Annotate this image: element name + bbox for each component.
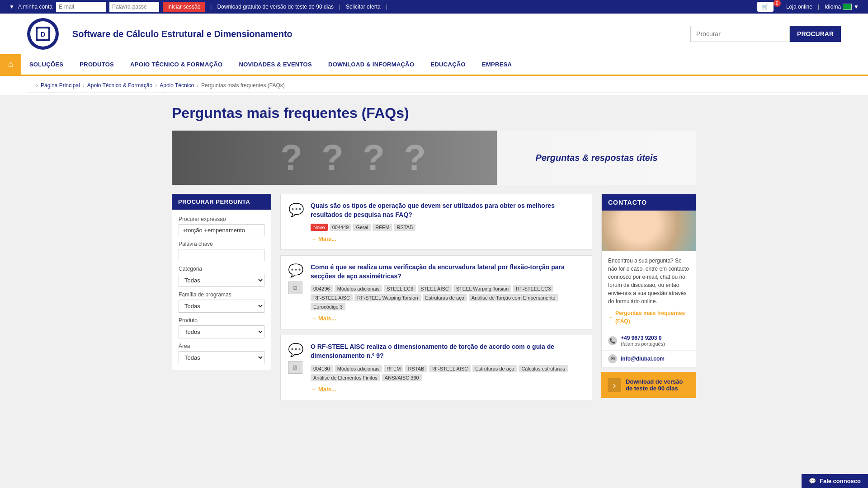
contact-email-row: ✉ info@dlubal.com xyxy=(602,350,696,367)
nav-item-news[interactable]: NOVIDADES & EVENTOS xyxy=(231,56,320,73)
language-label: Idioma xyxy=(825,4,841,10)
tag-ansi: ANSI/AISC 360 xyxy=(382,374,422,381)
image-icon: 🖼 xyxy=(288,282,302,294)
faq-content-2: Como é que se realiza uma verificação da… xyxy=(311,263,585,322)
header: D Software de Cálculo Estrutural e Dimen… xyxy=(0,14,868,54)
nav-item-download[interactable]: DOWNLOAD & INFORMAÇÃO xyxy=(320,56,422,73)
contact-phone-note: (falamos português) xyxy=(621,341,665,347)
cart-badge: 0 xyxy=(774,0,781,7)
divider: | xyxy=(210,4,212,10)
contact-phone[interactable]: +49 9673 9203 0 xyxy=(621,335,665,341)
faq-link[interactable]: Perguntas mais frequentes (FAQ) xyxy=(608,309,689,325)
nav-item-company[interactable]: EMPRESA xyxy=(474,56,520,73)
tag-steel-ec3: STEEL EC3 xyxy=(384,285,416,292)
tag-rstab-2: RSTAB xyxy=(405,365,427,372)
tag-rf-steel-aisc-2: RF-STEEL AISC xyxy=(429,365,471,372)
tag-eurocodigo3: Eurocódigo 3 xyxy=(311,303,345,310)
faq-tags: Novo 004449 Geral RFEM RSTAB xyxy=(311,224,585,231)
faq-title[interactable]: Quais são os tipos de operação que devem… xyxy=(311,202,585,219)
contact-title: CONTACTO xyxy=(602,194,696,211)
tag-steel-aisc: STEEL AISC xyxy=(418,285,452,292)
tag-rfem: RFEM xyxy=(373,224,392,231)
keyword-input[interactable] xyxy=(179,249,264,261)
faq-title-3[interactable]: O RF-STEEL AISC realiza o dimensionament… xyxy=(311,343,585,360)
image-icon-3: 🖼 xyxy=(288,361,302,374)
chat-label: Fale connosco xyxy=(820,478,861,484)
account-label[interactable]: A minha conta xyxy=(18,4,52,10)
faq-title-2[interactable]: Como é que se realiza uma verificação da… xyxy=(311,263,585,281)
expression-label: Procurar expressão xyxy=(179,216,264,222)
product-select[interactable]: Todos xyxy=(179,325,264,338)
main-content: Perguntas mais frequentes (FAQs) ? ? ? ?… xyxy=(163,96,705,415)
language-selector[interactable]: Idioma ▼ xyxy=(825,4,859,10)
faq-item: 💬 Quais são os tipos de operação que dev… xyxy=(280,194,592,250)
nav-item-products[interactable]: PRODUTOS xyxy=(71,56,122,73)
store-text[interactable]: Loja online xyxy=(786,4,812,10)
more-link-2[interactable]: Mais... xyxy=(311,315,585,322)
nav-item-education[interactable]: EDUCAÇÃO xyxy=(422,56,474,73)
divider4: | xyxy=(818,4,819,10)
area-select[interactable]: Todas xyxy=(179,351,264,364)
chat-button[interactable]: 💬 Fale connosco xyxy=(802,474,868,488)
more-link[interactable]: Mais... xyxy=(311,235,585,242)
category-label: Categoria xyxy=(179,266,264,272)
search-input[interactable] xyxy=(690,26,790,42)
contact-photo xyxy=(602,211,696,251)
tag-rstab: RSTAB xyxy=(394,224,415,231)
expression-input[interactable] xyxy=(179,224,264,236)
breadcrumb-apoio[interactable]: Apoio Técnico xyxy=(160,82,194,89)
chat-bubble-icon: 💬 xyxy=(288,202,304,217)
contact-email[interactable]: info@dlubal.com xyxy=(621,356,665,362)
page-title: Perguntas mais frequentes (FAQs) xyxy=(172,105,696,122)
breadcrumb: › Página Principal › Apoio Técnico & For… xyxy=(27,79,841,93)
faq-item-3: 💬 🖼 O RF-STEEL AISC realiza o dimensiona… xyxy=(280,335,592,400)
tag-modulos: Módulos adicionais xyxy=(335,285,382,292)
contact-body-text: Encontrou a sua pergunta? Se não for o c… xyxy=(608,258,689,305)
faq-tags-2: 004296 Módulos adicionais STEEL EC3 STEE… xyxy=(311,285,585,310)
sidebar-body: Procurar expressão Palavra chave Categor… xyxy=(172,210,271,371)
category-select[interactable]: Todas xyxy=(179,274,264,287)
nav-item-support[interactable]: APOIO TÉCNICO & FORMAÇÃO xyxy=(122,56,231,73)
breadcrumb-home[interactable]: Página Principal xyxy=(41,82,80,89)
tag-analise-torcao: Análise de Torção com Empenamento xyxy=(469,294,558,301)
faq-content-3: O RF-STEEL AISC realiza o dimensionament… xyxy=(311,343,585,392)
home-button[interactable]: ⌂ xyxy=(0,54,21,75)
chat-icon-btn: 💬 xyxy=(809,478,816,484)
tag-rf-steel-warping: RF-STEEL Warping Torsion xyxy=(354,294,421,301)
password-input[interactable] xyxy=(109,2,159,12)
keyword-label: Palavra chave xyxy=(179,241,264,247)
divider3: | xyxy=(386,4,387,10)
contact-photo-inner xyxy=(602,211,696,251)
tag-modulos-2: Módulos adicionais xyxy=(335,365,382,372)
login-button[interactable]: Iniciar sessão xyxy=(163,2,205,12)
hero-text-box: Perguntas & respostas úteis xyxy=(497,131,696,185)
search-sidebar: PROCURAR PERGUNTA Procurar expressão Pal… xyxy=(172,194,271,406)
more-link-3[interactable]: Mais... xyxy=(311,386,585,393)
faq-content: Quais são os tipos de operação que devem… xyxy=(311,202,585,242)
breadcrumb-support[interactable]: Apoio Técnico & Formação xyxy=(87,82,153,89)
family-label: Família de programas xyxy=(179,291,264,298)
main-wrapper: Perguntas mais frequentes (FAQs) ? ? ? ?… xyxy=(0,96,868,488)
tag-rf-steel-aisc: RF-STEEL AISC xyxy=(311,294,353,301)
download-text: Download de versão de teste de 90 dias xyxy=(626,378,690,392)
tag-geral: Geral xyxy=(353,224,371,231)
store-icon: 🛒 xyxy=(757,2,774,12)
divider2: | xyxy=(339,4,340,10)
family-select[interactable]: Todas xyxy=(179,300,264,313)
phone-icon: 📞 xyxy=(608,336,617,345)
offer-text[interactable]: Solicitar oferta xyxy=(346,4,381,10)
tag-id: 004449 xyxy=(330,224,352,231)
search-button[interactable]: PROCURAR xyxy=(790,26,841,42)
download-text[interactable]: Download gratuito de versão de teste de … xyxy=(217,4,334,10)
logo-inner: D xyxy=(30,21,56,47)
download-box[interactable]: › Download de versão de teste de 90 dias xyxy=(601,372,696,398)
tag-estruturas-aco: Estruturas de aço xyxy=(423,294,467,301)
email-icon: ✉ xyxy=(608,354,617,363)
breadcrumb-current: Perguntas mais frequentes (FAQs) xyxy=(201,82,285,89)
question-marks-decoration: ? ? ? ? xyxy=(172,131,539,185)
logo[interactable]: D xyxy=(27,18,59,50)
nav-item-solutions[interactable]: SOLUÇÕES xyxy=(21,56,71,73)
tag-fem: Análise de Elementos Finitos xyxy=(311,374,380,381)
tag-calculos: Cálculos estruturais xyxy=(519,365,568,372)
email-input[interactable] xyxy=(56,2,106,12)
